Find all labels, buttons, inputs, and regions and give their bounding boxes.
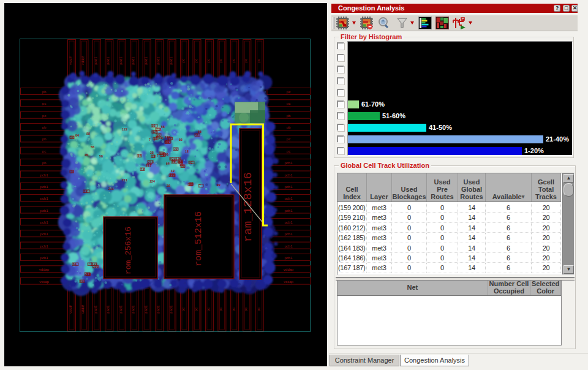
svg-text:pad1: pad1 xyxy=(94,305,97,314)
svg-text:pb: pb xyxy=(287,126,291,129)
svg-text:pad1: pad1 xyxy=(169,305,173,314)
svg-text:88: 88 xyxy=(152,124,156,128)
svg-text:pad1: pad1 xyxy=(131,56,135,65)
svg-text:45: 45 xyxy=(85,154,88,157)
svg-text:56: 56 xyxy=(91,146,94,149)
svg-text:pc: pc xyxy=(194,59,198,62)
svg-text:133: 133 xyxy=(165,136,170,140)
svg-text:vddap: vddap xyxy=(39,268,50,271)
svg-text:124: 124 xyxy=(149,180,155,184)
svg-text:pcb1: pcb1 xyxy=(40,221,48,224)
svg-text:56: 56 xyxy=(99,155,103,159)
svg-text:pb: pb xyxy=(42,137,47,141)
svg-text:88: 88 xyxy=(180,164,184,167)
svg-text:pb: pb xyxy=(42,126,47,129)
svg-text:rom_256x16: rom_256x16 xyxy=(124,227,133,274)
svg-text:vssd!: vssd! xyxy=(69,56,72,65)
svg-text:pc: pc xyxy=(244,308,247,311)
svg-text:pc: pc xyxy=(42,102,46,105)
svg-text:88: 88 xyxy=(217,184,221,187)
svg-text:pcb1: pcb1 xyxy=(284,197,293,200)
svg-text:38: 38 xyxy=(167,184,170,188)
svg-text:pc: pc xyxy=(219,308,222,311)
svg-text:ram_128x16: ram_128x16 xyxy=(241,172,255,242)
svg-text:pc: pc xyxy=(181,308,185,311)
svg-text:211: 211 xyxy=(108,187,114,191)
svg-text:pc: pc xyxy=(287,137,290,141)
svg-text:92: 92 xyxy=(170,157,174,161)
svg-text:vssd!: vssd! xyxy=(69,305,72,314)
svg-text:pc: pc xyxy=(232,308,235,311)
svg-text:pcb1: pcb1 xyxy=(284,209,293,213)
svg-text:pcb1: pcb1 xyxy=(284,185,293,189)
svg-text:pcb1: pcb1 xyxy=(284,221,293,224)
svg-text:18: 18 xyxy=(141,168,145,172)
svg-text:pad1: pad1 xyxy=(156,305,160,314)
svg-text:pc: pc xyxy=(244,59,247,62)
svg-text:pad1: pad1 xyxy=(106,56,110,65)
svg-text:pad1: pad1 xyxy=(131,305,135,314)
svg-text:pc: pc xyxy=(287,102,290,105)
svg-text:vddd!: vddd! xyxy=(81,304,85,314)
svg-text:vssap: vssap xyxy=(39,280,49,284)
svg-text:pcb1: pcb1 xyxy=(40,232,48,236)
svg-text:88: 88 xyxy=(179,138,183,142)
svg-text:64: 64 xyxy=(75,134,79,138)
svg-text:pad1: pad1 xyxy=(119,305,123,314)
svg-text:64: 64 xyxy=(138,154,141,158)
svg-text:pb: pb xyxy=(42,161,47,165)
svg-text:7: 7 xyxy=(88,263,90,266)
svg-text:18: 18 xyxy=(171,170,175,173)
svg-text:88: 88 xyxy=(86,132,90,136)
svg-text:pc: pc xyxy=(219,59,222,62)
svg-text:pc: pc xyxy=(181,59,185,62)
svg-text:pcb1: pcb1 xyxy=(40,244,48,248)
svg-text:pc: pc xyxy=(232,59,235,62)
svg-text:133: 133 xyxy=(122,128,127,132)
svg-text:pc: pc xyxy=(206,59,210,62)
svg-text:7: 7 xyxy=(149,138,151,142)
svg-text:pad1: pad1 xyxy=(156,56,160,65)
svg-text:64: 64 xyxy=(80,280,84,284)
svg-text:45: 45 xyxy=(195,134,199,137)
svg-text:pcb1: pcb1 xyxy=(284,232,293,236)
svg-text:pc: pc xyxy=(257,59,260,62)
svg-text:pc: pc xyxy=(257,308,260,311)
svg-text:pc: pc xyxy=(42,149,46,153)
svg-text:pcb1: pcb1 xyxy=(40,197,48,200)
svg-text:88: 88 xyxy=(159,137,163,140)
svg-text:38: 38 xyxy=(174,148,178,151)
svg-text:64: 64 xyxy=(166,162,170,166)
svg-text:pcb1: pcb1 xyxy=(284,161,293,165)
svg-text:pcb1: pcb1 xyxy=(40,256,48,260)
svg-text:pcb1: pcb1 xyxy=(284,173,293,177)
svg-text:38: 38 xyxy=(189,183,192,187)
svg-text:306: 306 xyxy=(163,153,168,157)
svg-text:pad1: pad1 xyxy=(169,56,173,65)
svg-text:pb: pb xyxy=(287,114,291,118)
svg-text:pcb1: pcb1 xyxy=(284,256,293,260)
svg-text:pc: pc xyxy=(287,90,290,94)
svg-text:vddap: vddap xyxy=(284,268,294,271)
svg-text:124: 124 xyxy=(153,130,158,134)
svg-text:pcb1: pcb1 xyxy=(40,185,48,189)
svg-text:64: 64 xyxy=(165,141,169,145)
svg-text:pc: pc xyxy=(206,308,210,311)
svg-text:pad1: pad1 xyxy=(119,56,123,65)
svg-text:pc: pc xyxy=(42,114,46,118)
svg-text:211: 211 xyxy=(170,174,175,178)
svg-text:vssap: vssap xyxy=(284,280,293,284)
svg-text:pcb1: pcb1 xyxy=(40,173,48,177)
svg-text:18: 18 xyxy=(84,190,88,194)
svg-text:18: 18 xyxy=(185,150,189,154)
svg-text:7: 7 xyxy=(157,154,159,158)
svg-text:56: 56 xyxy=(70,136,74,140)
svg-text:rom_512x16: rom_512x16 xyxy=(194,211,204,266)
svg-text:64: 64 xyxy=(73,263,77,266)
svg-text:pad1: pad1 xyxy=(106,305,110,314)
svg-text:pb: pb xyxy=(42,90,47,94)
svg-text:pad1: pad1 xyxy=(94,56,97,65)
svg-text:56: 56 xyxy=(161,126,165,129)
svg-text:pc: pc xyxy=(194,308,198,311)
svg-text:pcb1: pcb1 xyxy=(40,209,48,213)
